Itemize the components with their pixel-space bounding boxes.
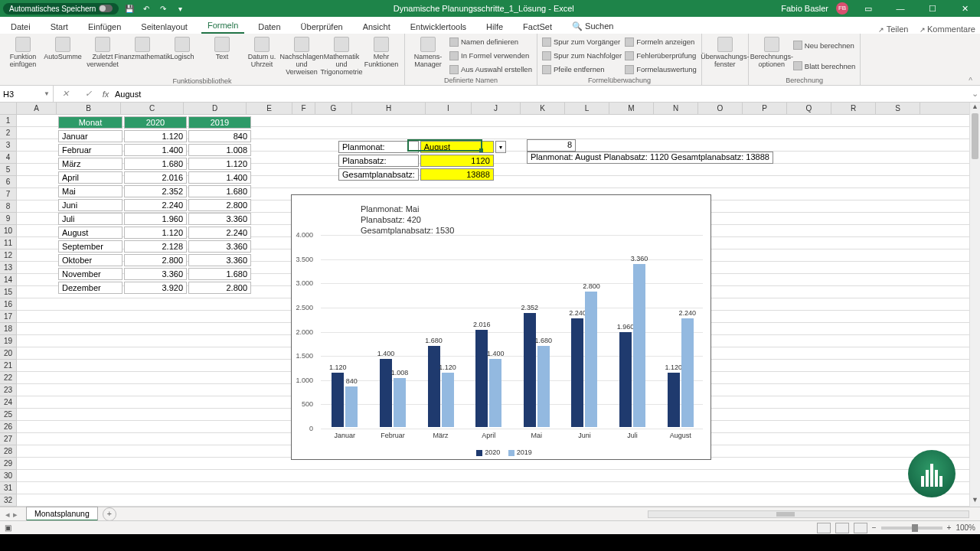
create-from-selection-button[interactable]: Aus Auswahl erstellen [449, 65, 532, 74]
financial-button[interactable]: Finanzmathematik [124, 35, 161, 77]
error-checking-button[interactable]: Fehlerüberprüfung [625, 51, 697, 60]
col-header-J[interactable]: J [472, 103, 521, 114]
ribbon-display-icon[interactable]: ▭ [856, 4, 880, 14]
row-header-10[interactable]: 10 [0, 225, 16, 237]
data-table[interactable]: Monat 2020 2019 Januar1.120840Februar1.4… [57, 115, 253, 295]
cancel-formula-icon[interactable]: ✕ [62, 89, 69, 99]
row-header-26[interactable]: 26 [0, 421, 16, 433]
undo-icon[interactable]: ↶ [140, 2, 152, 15]
plan-table[interactable]: Planmonat: August ▾ Planabsatz: 1120 Ges… [337, 139, 508, 182]
col-header-Q[interactable]: Q [787, 103, 831, 114]
record-macro-icon[interactable]: ▣ [5, 523, 11, 532]
row-header-20[interactable]: 20 [0, 347, 16, 360]
tab-ueberpruefen[interactable]: Überprüfen [295, 20, 349, 34]
table-row[interactable]: März1.6801.120 [58, 158, 251, 170]
select-all-corner[interactable] [0, 103, 17, 115]
tab-formeln[interactable]: Formeln [201, 18, 244, 34]
autosave-toggle[interactable]: Automatisches Speichern [3, 3, 119, 15]
maximize-icon[interactable]: ☐ [920, 4, 945, 14]
lookup-ref-button[interactable]: Nachschlagen und Verweisen [283, 35, 320, 77]
row-header-16[interactable]: 16 [0, 298, 16, 311]
zoom-level[interactable]: 100% [956, 523, 975, 532]
tab-start[interactable]: Start [44, 20, 74, 34]
row-header-19[interactable]: 19 [0, 335, 16, 347]
watch-window-button[interactable]: Überwachungs-fenster [707, 35, 743, 76]
autosum-button[interactable]: AutoSumme [44, 35, 81, 77]
calculation-options-button[interactable]: Berechnungs-optionen [753, 35, 790, 76]
define-name-button[interactable]: Namen definieren [449, 37, 532, 47]
minimize-icon[interactable]: — [888, 4, 913, 13]
date-time-button[interactable]: Datum u. Uhrzeit [243, 35, 280, 77]
col-header-E[interactable]: E [247, 103, 292, 114]
formula-input[interactable]: August [112, 90, 969, 99]
tab-hilfe[interactable]: Hilfe [480, 20, 509, 34]
row-header-6[interactable]: 6 [0, 176, 16, 188]
row-header-31[interactable]: 31 [0, 482, 16, 494]
col-header-S[interactable]: S [876, 103, 920, 114]
col-header-R[interactable]: R [831, 103, 876, 114]
row-header-27[interactable]: 27 [0, 433, 16, 445]
row-header-11[interactable]: 11 [0, 237, 16, 249]
close-icon[interactable]: ✕ [952, 4, 977, 14]
col-header-I[interactable]: I [426, 103, 472, 114]
tab-seitenlayout[interactable]: Seitenlayout [135, 20, 194, 34]
col-header-C[interactable]: C [121, 103, 184, 114]
row-header-17[interactable]: 17 [0, 311, 16, 323]
col-header-O[interactable]: O [698, 103, 743, 114]
zoom-slider[interactable] [881, 527, 942, 530]
chart-object[interactable]: Planmonat: Mai Planabsatz: 420 Gesamtpla… [291, 194, 711, 460]
row-header-14[interactable]: 14 [0, 274, 16, 286]
row-header-28[interactable]: 28 [0, 445, 16, 458]
share-button[interactable]: Teilen [878, 24, 908, 34]
sheet-nav[interactable]: ◂▸ [0, 510, 23, 519]
col-header-P[interactable]: P [743, 103, 787, 114]
use-in-formula-button[interactable]: In Formel verwenden [449, 51, 532, 60]
col-header-G[interactable]: G [315, 103, 352, 114]
math-trig-button[interactable]: Mathematik und Trigonometrie [323, 35, 360, 77]
row-header-13[interactable]: 13 [0, 262, 16, 274]
insert-function-button[interactable]: Funktion einfügen [5, 35, 41, 77]
vertical-scrollbar[interactable]: ▲ ▼ [969, 103, 980, 507]
tab-entwicklertools[interactable]: Entwicklertools [404, 20, 472, 34]
planabsatz-value[interactable]: 1120 [420, 155, 494, 167]
table-row[interactable]: Dezember3.9202.800 [58, 282, 251, 294]
table-row[interactable]: September2.1283.360 [58, 240, 251, 253]
row-header-32[interactable]: 32 [0, 494, 16, 507]
gesamt-value[interactable]: 13888 [420, 168, 494, 181]
trace-precedents-button[interactable]: Spur zum Vorgänger [542, 37, 622, 47]
col-header-B[interactable]: B [57, 103, 121, 114]
table-row[interactable]: August1.1202.240 [58, 227, 251, 239]
col-header-A[interactable]: A [17, 103, 57, 114]
fx-icon[interactable]: fx [100, 90, 112, 99]
table-row[interactable]: Februar1.4001.008 [58, 144, 251, 156]
name-manager-button[interactable]: Namens-Manager [410, 35, 446, 76]
col-header-H[interactable]: H [352, 103, 426, 114]
row-header-1[interactable]: 1 [0, 115, 16, 127]
calculate-now-button[interactable]: Neu berechnen [793, 41, 856, 50]
row-header-3[interactable]: 3 [0, 139, 16, 152]
trace-dependents-button[interactable]: Spur zum Nachfolger [542, 51, 622, 60]
row-header-8[interactable]: 8 [0, 201, 16, 213]
row-header-12[interactable]: 12 [0, 249, 16, 262]
tab-einfuegen[interactable]: Einfügen [82, 20, 127, 34]
table-row[interactable]: Mai2.3521.680 [58, 185, 251, 197]
row-header-18[interactable]: 18 [0, 323, 16, 335]
table-row[interactable]: April2.0161.400 [58, 171, 251, 184]
row-header-7[interactable]: 7 [0, 188, 16, 201]
logical-button[interactable]: Logisch [164, 35, 201, 77]
row-header-23[interactable]: 23 [0, 384, 16, 396]
scrollbar-thumb[interactable] [972, 113, 978, 159]
col-header-K[interactable]: K [521, 103, 565, 114]
tab-factset[interactable]: FactSet [517, 20, 558, 34]
col-header-M[interactable]: M [609, 103, 654, 114]
row-header-24[interactable]: 24 [0, 396, 16, 409]
row-header-30[interactable]: 30 [0, 470, 16, 482]
col-header-F[interactable]: F [292, 103, 315, 114]
table-row[interactable]: Oktober2.8003.360 [58, 254, 251, 266]
row-header-9[interactable]: 9 [0, 213, 16, 225]
text-button[interactable]: Text [204, 35, 240, 77]
save-icon[interactable]: 💾 [123, 2, 136, 15]
planmonat-value[interactable]: August [420, 141, 494, 153]
col-header-L[interactable]: L [565, 103, 609, 114]
tab-ansicht[interactable]: Ansicht [357, 20, 397, 34]
